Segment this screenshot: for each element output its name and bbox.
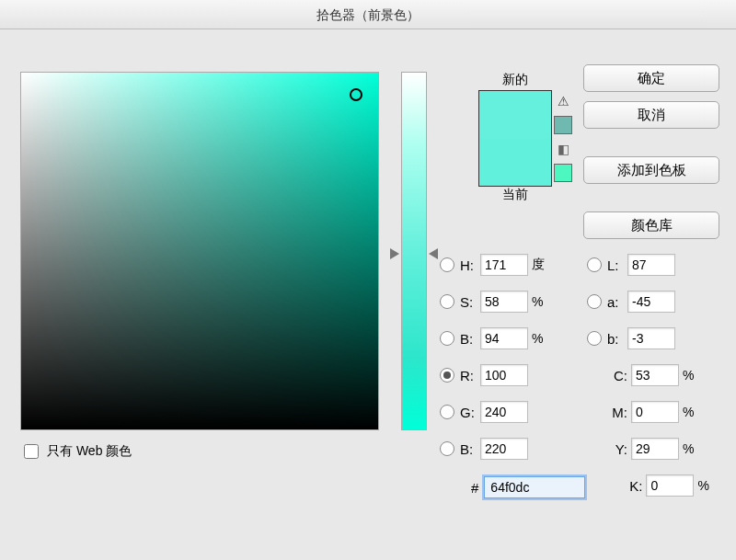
current-color-label: 当前 (460, 187, 570, 203)
label-l: L: (607, 257, 627, 273)
label-c: C: (605, 368, 627, 383)
radio-bv[interactable] (440, 331, 454, 346)
nearest-swatch-1[interactable] (554, 116, 572, 134)
label-bb: B: (460, 441, 480, 457)
unit-k: % (697, 478, 716, 493)
window-title: 拾色器（前景色） (0, 0, 736, 29)
input-y[interactable] (631, 438, 679, 460)
color-field[interactable] (20, 72, 379, 430)
unit-s: % (532, 294, 550, 309)
web-only-checkbox[interactable] (24, 444, 39, 459)
unit-c: % (683, 368, 701, 383)
new-color-label: 新的 (460, 72, 570, 88)
hue-strip[interactable] (401, 72, 427, 430)
unit-bv: % (532, 331, 550, 346)
unit-h: 度 (532, 257, 550, 273)
web-only-checkbox-label[interactable]: 只有 Web 颜色 (20, 441, 132, 462)
input-bb[interactable] (480, 438, 528, 460)
hue-arrow-left-icon (390, 248, 399, 259)
label-r: R: (460, 368, 480, 383)
add-to-swatch-button[interactable]: 添加到色板 (583, 156, 719, 184)
input-s[interactable] (480, 291, 528, 313)
input-r[interactable] (480, 364, 528, 386)
input-bv[interactable] (480, 327, 528, 349)
radio-s[interactable] (440, 294, 454, 309)
radio-a[interactable] (587, 294, 602, 309)
current-color-swatch[interactable] (479, 139, 551, 187)
radio-g[interactable] (440, 405, 454, 419)
input-m[interactable] (631, 401, 679, 423)
label-bv: B: (460, 331, 480, 347)
unit-y: % (683, 441, 701, 456)
hue-arrow-right-icon (429, 248, 438, 259)
label-h: H: (460, 257, 480, 273)
color-field-indicator (350, 88, 362, 101)
label-s: S: (460, 294, 480, 310)
label-y: Y: (605, 441, 627, 457)
label-k: K: (620, 478, 642, 494)
input-a[interactable] (627, 291, 675, 313)
unit-m: % (683, 405, 701, 419)
input-g[interactable] (480, 401, 528, 423)
input-l[interactable] (627, 254, 675, 276)
input-b-lab[interactable] (627, 327, 675, 349)
label-g: G: (460, 405, 480, 420)
input-h[interactable] (480, 254, 528, 276)
label-a: a: (607, 294, 627, 310)
radio-l[interactable] (587, 257, 602, 272)
radio-b-lab[interactable] (587, 331, 602, 346)
input-k[interactable] (646, 474, 694, 497)
web-only-text: 只有 Web 颜色 (47, 443, 132, 460)
label-m: M: (605, 405, 627, 420)
radio-r[interactable] (440, 368, 454, 383)
cube-icon[interactable]: ◧ (554, 140, 572, 158)
color-library-button[interactable]: 颜色库 (583, 211, 719, 239)
nearest-swatch-2[interactable] (554, 164, 572, 182)
cancel-button[interactable]: 取消 (583, 101, 719, 129)
color-preview (478, 90, 552, 187)
label-b-lab: b: (607, 331, 627, 347)
warning-icon[interactable]: ⚠ (554, 92, 572, 110)
radio-bb[interactable] (440, 441, 454, 456)
radio-h[interactable] (440, 257, 454, 272)
new-color-swatch[interactable] (479, 91, 551, 139)
ok-button[interactable]: 确定 (583, 64, 719, 92)
input-c[interactable] (631, 364, 679, 386)
hex-label: # (471, 480, 478, 496)
input-hex[interactable] (484, 476, 585, 498)
